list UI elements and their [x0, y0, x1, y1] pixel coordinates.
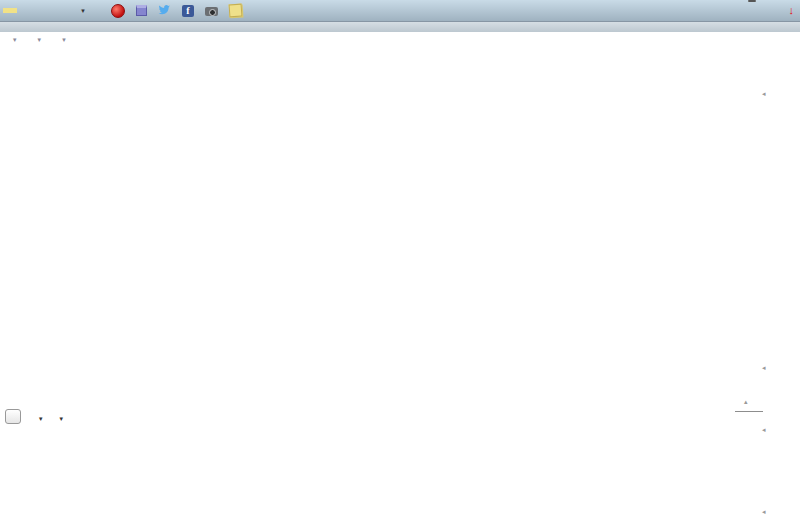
cube-icon[interactable]	[136, 5, 147, 16]
scroll-left-icon[interactable]: ◂	[762, 90, 766, 97]
charting-app: { "toolbar": { "symbol": "VIX--X", "add_…	[0, 0, 800, 532]
close-pane-button[interactable]	[5, 409, 21, 424]
notes-icon[interactable]	[229, 4, 243, 18]
scroll-up-icon[interactable]: ▴	[744, 398, 748, 405]
chevron-down-icon: ▼	[10, 37, 18, 43]
symbol-info-bar	[0, 22, 800, 32]
pane-scrollbar[interactable]	[735, 411, 763, 412]
ma21-dropdown[interactable]: ▼	[30, 37, 43, 43]
chevron-down-icon: ▼	[57, 416, 65, 422]
ma8-dropdown[interactable]: ▼	[54, 37, 67, 43]
period-select[interactable]: ▼	[45, 8, 86, 14]
alarm-icon[interactable]	[111, 4, 125, 18]
scroll-left-icon[interactable]: ◂	[762, 364, 766, 371]
macd-value-box	[748, 0, 756, 2]
price-chart-canvas[interactable]	[0, 46, 800, 532]
symbol-badge[interactable]	[3, 8, 17, 13]
chevron-down-icon: ▼	[35, 37, 43, 43]
period-chevron-down-icon: ▼	[80, 8, 86, 14]
chevron-down-icon: ▼	[36, 416, 44, 422]
camera-icon[interactable]	[205, 7, 218, 16]
down-arrow-icon: ↓	[789, 4, 795, 16]
twitter-icon[interactable]	[158, 4, 171, 18]
facebook-icon[interactable]: f	[182, 5, 194, 17]
scroll-left-icon[interactable]: ◂	[762, 508, 766, 515]
ema-dropdown[interactable]: ▼	[52, 411, 65, 423]
toolbar: ▼ f ↓	[0, 0, 800, 22]
chevron-down-icon: ▼	[59, 37, 67, 43]
price-history-dropdown[interactable]: ▼	[5, 37, 18, 43]
macd-dropdown[interactable]: ▼	[31, 411, 44, 423]
price-change: ↓	[789, 4, 797, 16]
scroll-left-icon[interactable]: ◂	[762, 426, 766, 433]
macd-pane-header: ▼ ▼	[0, 409, 760, 424]
legend-row: ▼ ▼ ▼	[0, 33, 800, 46]
